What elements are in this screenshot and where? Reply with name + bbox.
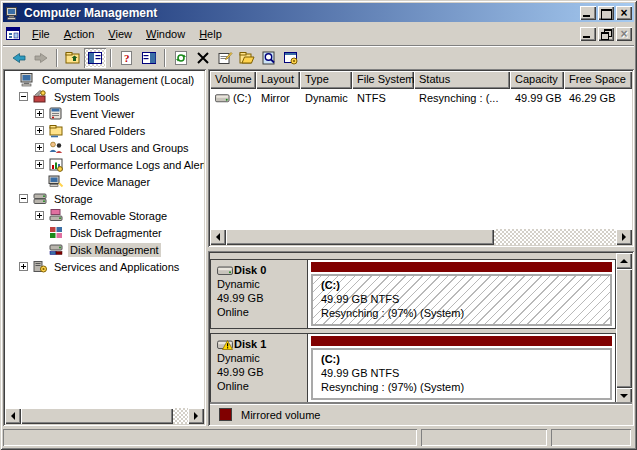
tree-item-device-manager[interactable]: Device Manager (5, 173, 204, 190)
expand-expander[interactable] (35, 211, 44, 220)
scroll-right-button[interactable] (616, 229, 632, 245)
console-tree-panel: Computer Management (Local) System Tools… (3, 69, 206, 426)
tree-item-performance-logs[interactable]: Performance Logs and Alerts (5, 156, 204, 173)
expand-expander[interactable] (19, 262, 28, 271)
tree-item-services-and-applications[interactable]: Services and Applications (5, 258, 204, 275)
menu-view[interactable]: View (101, 25, 139, 43)
app-icon (6, 6, 20, 20)
open-folder-button[interactable] (236, 48, 258, 68)
column-header-capacity[interactable]: Capacity (510, 71, 564, 89)
expand-expander[interactable] (35, 160, 44, 169)
column-header-layout[interactable]: Layout (256, 71, 300, 89)
disk-defragmenter-icon (48, 225, 64, 240)
disk-0-volume-body[interactable]: (C:) 49.99 GB NTFS Resynching : (97%) (S… (311, 274, 612, 326)
volume-free-space: 46.29 GB (564, 92, 632, 104)
expand-expander[interactable] (35, 126, 44, 135)
tree-item-removable-storage[interactable]: Removable Storage (5, 207, 204, 224)
toolbar-separator (56, 49, 58, 67)
column-header-volume[interactable]: Volume (210, 71, 256, 89)
child-minimize-button[interactable] (580, 27, 596, 41)
tree-item-system-tools[interactable]: System Tools (5, 88, 204, 105)
disk-1-volume-body[interactable]: (C:) 49.99 GB NTFS Resynching : (97%) (S… (311, 348, 612, 400)
properties-icon (217, 50, 233, 66)
column-header-file-system[interactable]: File System (352, 71, 414, 89)
show-hide-tree-button[interactable] (84, 48, 106, 68)
menu-help[interactable]: Help (192, 25, 229, 43)
up-level-button[interactable] (62, 48, 84, 68)
toolbar: ? (3, 45, 634, 69)
child-restore-button[interactable] (598, 27, 614, 41)
show-panel-button[interactable] (138, 48, 160, 68)
tree-horizontal-scrollbar[interactable] (5, 408, 204, 424)
graphical-vertical-scrollbar[interactable] (616, 253, 632, 404)
tree-item-event-viewer[interactable]: Event Viewer (5, 105, 204, 122)
column-header-status[interactable]: Status (414, 71, 510, 89)
tree-item-disk-management[interactable]: Disk Management (5, 241, 204, 258)
local-users-icon (48, 140, 64, 155)
status-pane-main (3, 429, 417, 446)
scroll-up-button[interactable] (616, 253, 632, 269)
legend-bar: Mirrored volume (210, 404, 632, 424)
volume-row[interactable]: (C:) Mirror Dynamic NTFS Resynching : (.… (210, 89, 632, 106)
column-header-free-space[interactable]: Free Space (564, 71, 632, 89)
forward-button (30, 48, 52, 68)
disk-0-volume[interactable]: (C:) 49.99 GB NTFS Resynching : (97%) (S… (308, 260, 615, 328)
collapse-expander[interactable] (19, 194, 28, 203)
back-icon (11, 50, 27, 66)
scrollbar-thumb[interactable] (616, 269, 632, 388)
scroll-left-button[interactable] (5, 408, 21, 424)
properties-button[interactable] (214, 48, 236, 68)
expand-expander[interactable] (35, 143, 44, 152)
services-icon (32, 259, 48, 274)
disk-1-volume[interactable]: (C:) 49.99 GB NTFS Resynching : (97%) (S… (308, 334, 615, 402)
window-title: Computer Management (24, 6, 580, 20)
disk-0-info[interactable]: Disk 0 Dynamic 49.99 GB Online (211, 260, 308, 328)
title-bar: Computer Management × (3, 3, 634, 22)
storage-icon (32, 191, 48, 206)
tree-item-shared-folders[interactable]: Shared Folders (5, 122, 204, 139)
disk-1-row: Disk 1 Dynamic 49.99 GB Online (C:) 49.9… (210, 333, 616, 403)
device-manager-icon (48, 174, 64, 189)
tree-item-local-users-and-groups[interactable]: Local Users and Groups (5, 139, 204, 156)
minimize-button[interactable] (580, 6, 596, 20)
disk-1-info[interactable]: Disk 1 Dynamic 49.99 GB Online (211, 334, 308, 402)
tree-item-storage[interactable]: Storage (5, 190, 204, 207)
help-doc-button[interactable]: ? (116, 48, 138, 68)
volume-size: 49.99 GB NTFS (321, 366, 610, 380)
collapse-expander[interactable] (19, 92, 28, 101)
expand-expander[interactable] (35, 109, 44, 118)
disk-management-icon (48, 242, 64, 257)
column-header-type[interactable]: Type (300, 71, 352, 89)
menu-bar: File Action View Window Help × (3, 22, 634, 45)
maximize-button[interactable] (598, 6, 614, 20)
scrollbar-track[interactable] (21, 408, 188, 424)
scroll-down-button[interactable] (616, 388, 632, 404)
list-horizontal-scrollbar[interactable] (210, 229, 632, 245)
volume-label: (C:) (321, 352, 610, 366)
help-doc-icon: ? (119, 50, 135, 66)
tree-item-disk-defragmenter[interactable]: Disk Defragmenter (5, 224, 204, 241)
console-tree: Computer Management (Local) System Tools… (5, 71, 204, 408)
scrollbar-track[interactable] (226, 229, 616, 245)
svg-text:?: ? (124, 52, 130, 64)
child-close-button: × (616, 27, 632, 41)
scrollbar-thumb[interactable] (226, 229, 494, 245)
volume-label: (C:) (321, 278, 610, 292)
graphical-view-panel: Disk 0 Dynamic 49.99 GB Online (C:) 49.9… (208, 251, 634, 426)
menu-action[interactable]: Action (57, 25, 102, 43)
back-button[interactable] (8, 48, 30, 68)
close-button[interactable]: × (616, 6, 632, 20)
menu-file[interactable]: File (25, 25, 57, 43)
console-child-icon[interactable] (6, 27, 21, 41)
refresh-button[interactable] (170, 48, 192, 68)
scroll-left-button[interactable] (210, 229, 226, 245)
scroll-right-button[interactable] (188, 408, 204, 424)
view-button[interactable] (258, 48, 280, 68)
volume-name: (C:) (233, 92, 251, 104)
delete-button[interactable] (192, 48, 214, 68)
disk-1-type: Dynamic (217, 351, 307, 365)
menu-window[interactable]: Window (139, 25, 192, 43)
help-button[interactable] (280, 48, 302, 68)
tree-item-computer-management[interactable]: Computer Management (Local) (5, 71, 204, 88)
scrollbar-thumb[interactable] (21, 408, 173, 424)
